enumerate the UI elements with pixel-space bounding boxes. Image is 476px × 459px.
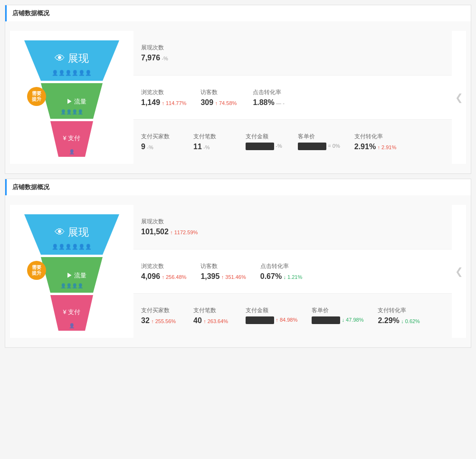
- section-header-0: 店铺数据概况: [5, 5, 471, 21]
- svg-text:👤👤👤👤👤👤: 👤👤👤👤👤👤: [52, 243, 92, 250]
- funnel-container-1: 👁 展现 ▶ 流量 ¥ 支付 👤👤👤👤👤👤 👤👤👤👤 👤 需要提升: [10, 205, 133, 338]
- metric-value: 1,149: [141, 98, 160, 106]
- svg-text:¥ 支付: ¥ 支付: [63, 308, 81, 316]
- svg-text:👤👤👤👤: 👤👤👤👤: [60, 283, 84, 289]
- section-title-0: 店铺数据概况: [12, 9, 49, 18]
- metric-value: 9: [141, 143, 145, 151]
- metric-block-inner: 浏览次数 4,096 ↑ 256.48% 访客数 1,395 ↑ 351.46%…: [141, 262, 444, 281]
- metric-item: 支付笔数 40 ↑ 263.64%: [193, 306, 231, 325]
- section-content-0: 👁 展现 ▶ 流量 ¥ 支付 👤👤👤👤👤👤 👤👤👤👤 👤 需要提升: [5, 21, 471, 173]
- metric-block-0: 展现次数 7,976 -%: [133, 31, 452, 76]
- metric-value: 40: [193, 316, 202, 325]
- svg-text:👤: 👤: [69, 149, 75, 155]
- funnel-container-0: 👁 展现 ▶ 流量 ¥ 支付 👤👤👤👤👤👤 👤👤👤👤 👤 需要提升: [10, 31, 133, 164]
- metric-item: 展现次数 7,976 -%: [141, 44, 179, 62]
- section-content-1: 👁 展现 ▶ 流量 ¥ 支付 👤👤👤👤👤👤 👤👤👤👤 👤 需要提升: [5, 195, 471, 347]
- metric-value: 2.91%: [354, 143, 376, 151]
- svg-text:▶ 流量: ▶ 流量: [67, 272, 87, 279]
- metric-value: 0.67%: [260, 272, 282, 280]
- metric-block-inner: 支付买家数 9 -% 支付笔数 11 -% 支付金额 -%: [141, 133, 444, 151]
- metric-block-inner: 支付买家数 32 ↑ 255.56% 支付笔数 40 ↑ 263.64% 支付金…: [141, 306, 444, 325]
- funnel-row-0: 👁 展现 ▶ 流量 ¥ 支付 👤👤👤👤👤👤 👤👤👤👤 👤 需要提升: [10, 31, 466, 164]
- svg-text:👁 展现: 👁 展现: [55, 226, 89, 238]
- metric-item: 点击转化率 0.67% ↓ 1.21%: [260, 262, 302, 281]
- metric-block-inner: 浏览次数 1,149 ↑ 114.77% 访客数 309 ↑ 74.58% 点击…: [141, 88, 444, 107]
- metric-label: 支付笔数: [193, 306, 231, 315]
- metric-label: 访客数: [200, 88, 238, 96]
- metrics-container-0: 展现次数 7,976 -% 浏览次数 1,149 ↑ 114.77% 访客数: [133, 31, 452, 164]
- metric-label: 点击转化率: [260, 262, 302, 270]
- svg-text:▶ 流量: ▶ 流量: [67, 98, 87, 105]
- metric-item: 客单价 ↓ 47.98%: [312, 306, 363, 325]
- metric-value: 309: [200, 98, 213, 106]
- metric-label: 支付转化率: [378, 306, 419, 315]
- metric-item: 浏览次数 4,096 ↑ 256.48%: [141, 262, 186, 281]
- metric-value: 32: [141, 316, 150, 325]
- nav-arrow-0[interactable]: ❮: [452, 31, 466, 164]
- metrics-container-1: 展现次数 101,502 ↑ 1172.59% 浏览次数 4,096 ↑ 256…: [133, 205, 452, 338]
- section-wrapper-1: 店铺数据概况 👁 展现 ▶ 流量 ¥ 支付 👤👤👤👤👤👤: [5, 179, 471, 348]
- metric-item: 客单价 = 0%: [298, 133, 340, 151]
- metric-item: 支付转化率 2.91% ↑ 2.91%: [354, 133, 396, 151]
- metric-item: 支付买家数 32 ↑ 255.56%: [141, 306, 179, 325]
- funnel-row-1: 👁 展现 ▶ 流量 ¥ 支付 👤👤👤👤👤👤 👤👤👤👤 👤 需要提升: [10, 205, 466, 338]
- svg-text:👁 展现: 👁 展现: [55, 52, 89, 64]
- section-header-1: 店铺数据概况: [5, 179, 471, 195]
- metric-label: 支付金额: [246, 306, 297, 315]
- metric-item: 展现次数 101,502 ↑ 1172.59%: [141, 218, 198, 236]
- metric-value: 101,502: [141, 228, 169, 236]
- metric-item: 支付买家数 9 -%: [141, 133, 179, 151]
- svg-text:👤👤👤👤👤👤: 👤👤👤👤👤👤: [52, 69, 92, 76]
- metric-block-2: 支付买家数 32 ↑ 255.56% 支付笔数 40 ↑ 263.64% 支付金…: [133, 294, 452, 338]
- metric-label: 支付买家数: [141, 133, 179, 141]
- metric-label: 浏览次数: [141, 88, 186, 96]
- metric-value: 11: [193, 143, 202, 151]
- metric-item: 支付笔数 11 -%: [193, 133, 231, 151]
- metric-value: 1.88%: [253, 98, 274, 106]
- metric-item: 浏览次数 1,149 ↑ 114.77%: [141, 88, 186, 107]
- svg-text:¥ 支付: ¥ 支付: [63, 134, 81, 142]
- svg-text:👤👤👤👤: 👤👤👤👤: [60, 109, 84, 115]
- section-wrapper-0: 店铺数据概况 👁 展现 ▶ 流量 ¥ 支付 👤👤👤👤👤👤: [5, 5, 471, 174]
- metric-item: 访客数 309 ↑ 74.58%: [200, 88, 238, 107]
- metric-item: 点击转化率 1.88% — -: [253, 88, 291, 107]
- metric-block-1: 浏览次数 4,096 ↑ 256.48% 访客数 1,395 ↑ 351.46%…: [133, 249, 452, 294]
- metric-value: 7,976: [141, 54, 160, 62]
- metric-label: 点击转化率: [253, 88, 291, 96]
- metric-label: 支付笔数: [193, 133, 231, 141]
- section-title-1: 店铺数据概况: [12, 183, 49, 191]
- metric-label: 客单价: [298, 133, 340, 141]
- metric-block-0: 展现次数 101,502 ↑ 1172.59%: [133, 205, 452, 249]
- metric-item: 支付金额 ↑ 84.98%: [246, 306, 297, 325]
- metric-item: 支付金额 -%: [246, 133, 284, 151]
- metric-value: 2.29%: [378, 316, 399, 325]
- metric-label: 浏览次数: [141, 262, 186, 270]
- metric-value: 1,395: [200, 272, 219, 280]
- metric-label: 支付买家数: [141, 306, 179, 315]
- metric-label: 访客数: [200, 262, 246, 270]
- metric-block-inner: 展现次数 7,976 -%: [141, 44, 444, 62]
- nav-arrow-1[interactable]: ❮: [452, 205, 466, 338]
- badge-orange-0: 需要提升: [27, 87, 46, 106]
- svg-text:👤: 👤: [69, 323, 75, 329]
- metric-label: 支付转化率: [354, 133, 396, 141]
- metric-label: 客单价: [312, 306, 363, 315]
- metric-block-2: 支付买家数 9 -% 支付笔数 11 -% 支付金额 -%: [133, 120, 452, 164]
- metric-value: 4,096: [141, 272, 160, 280]
- metric-item: 访客数 1,395 ↑ 351.46%: [200, 262, 246, 281]
- metric-label: 展现次数: [141, 44, 179, 52]
- metric-item: 支付转化率 2.29% ↓ 0.62%: [378, 306, 419, 325]
- metric-label: 支付金额: [246, 133, 284, 141]
- badge-orange-1: 需要提升: [27, 261, 46, 280]
- metric-block-inner: 展现次数 101,502 ↑ 1172.59%: [141, 218, 444, 236]
- metric-label: 展现次数: [141, 218, 198, 226]
- metric-block-1: 浏览次数 1,149 ↑ 114.77% 访客数 309 ↑ 74.58% 点击…: [133, 76, 452, 120]
